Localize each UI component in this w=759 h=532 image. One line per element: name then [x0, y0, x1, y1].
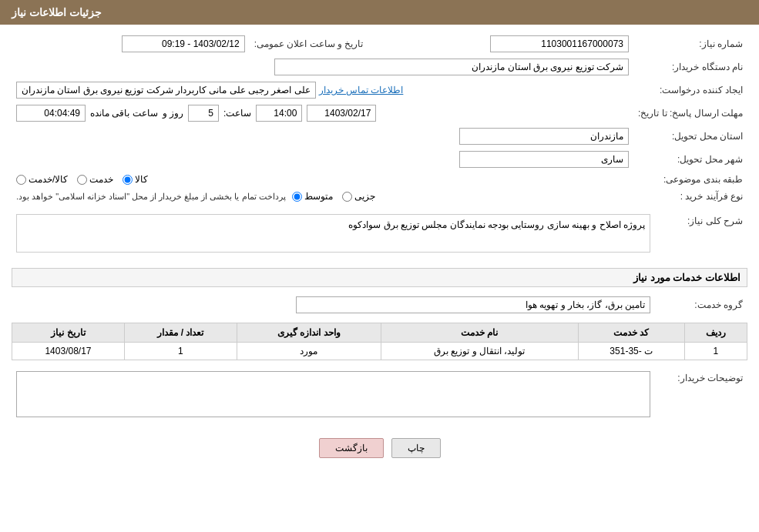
need-number-row: شماره نیاز: 1103001167000073 تاریخ و ساع…: [12, 32, 747, 55]
category-radio-group: کالا/خدمت خدمت کالا: [16, 174, 629, 185]
col-name: نام خدمت: [381, 323, 578, 343]
province-row: استان محل تحویل: مازندران: [12, 125, 747, 148]
page-wrapper: جزئیات اطلاعات نیاز شماره نیاز: 11030011…: [0, 0, 759, 532]
process-radio-group: متوسط جزیی: [292, 191, 400, 202]
buyer-notes-row: توضیحات خریدار:: [12, 368, 747, 423]
services-table-header: ردیف کد خدمت نام خدمت واحد اندازه گیری ت…: [12, 323, 747, 343]
description-box: پروژه اصلاح و بهینه سازی روستایی بودجه ن…: [16, 214, 650, 253]
buyer-notes-label: توضیحات خریدار:: [655, 368, 747, 423]
send-remaining-value: 04:04:49: [16, 105, 86, 122]
button-bar: چاپ بازگشت: [12, 429, 747, 467]
cell-code: ت -35-351: [578, 343, 684, 360]
service-group-value: تامین برق، گاز، بخار و تهویه هوا: [296, 296, 650, 313]
cell-quantity: 1: [124, 343, 237, 360]
category-option-khedmat: خدمت: [77, 174, 113, 185]
cell-date: 1403/08/17: [12, 343, 125, 360]
requester-label: ایجاد کننده درخواست:: [633, 79, 747, 102]
send-days-value: 5: [188, 105, 219, 122]
page-title: جزئیات اطلاعات نیاز: [12, 6, 102, 18]
col-date: تاریخ نیاز: [12, 323, 125, 343]
process-info-row: پرداخت تمام یا بخشی از مبلغ خریدار از مح…: [16, 191, 629, 202]
cell-name: تولید، انتقال و توزیع برق: [381, 343, 578, 360]
service-group-table: گروه خدمت: تامین برق، گاز، بخار و تهویه …: [12, 293, 747, 316]
requester-value: علی اصغر رجبی علی مانی کاربردار شرکت توز…: [16, 82, 316, 99]
description-table: شرح کلی نیاز: پروژه اصلاح و بهینه سازی ر…: [12, 211, 747, 262]
process-label-jozi: جزیی: [354, 191, 375, 202]
send-days-label: روز و: [163, 108, 183, 119]
city-value: ساری: [459, 151, 629, 168]
send-deadline-label: مهلت ارسال پاسخ: تا تاریخ:: [633, 102, 747, 125]
col-quantity: تعداد / مقدار: [124, 323, 237, 343]
cell-row-num: 1: [684, 343, 747, 360]
process-label-motavaset: متوسط: [304, 191, 333, 202]
main-info-table: شماره نیاز: 1103001167000073 تاریخ و ساع…: [12, 32, 747, 205]
process-row: نوع فرآیند خرید : پرداخت تمام یا بخشی از…: [12, 188, 747, 205]
print-button[interactable]: چاپ: [391, 438, 441, 458]
send-time-value: 14:00: [256, 105, 302, 122]
services-table: ردیف کد خدمت نام خدمت واحد اندازه گیری ت…: [12, 323, 747, 360]
back-button[interactable]: بازگشت: [319, 438, 384, 458]
category-label-both: کالا/خدمت: [29, 174, 68, 185]
requester-row: ایجاد کننده درخواست: علی اصغر رجبی علی م…: [12, 79, 747, 102]
process-option-jozi: جزیی: [342, 191, 375, 202]
col-code: کد خدمت: [578, 323, 684, 343]
date-announce-label: تاریخ و ساعت اعلان عمومی:: [250, 32, 368, 55]
col-row-num: ردیف: [684, 323, 747, 343]
process-radio-jozi[interactable]: [342, 192, 352, 202]
description-value: پروژه اصلاح و بهینه سازی روستایی بودجه ن…: [348, 219, 645, 230]
process-option-motavaset: متوسط: [292, 191, 333, 202]
need-number-label: شماره نیاز:: [633, 32, 747, 55]
buyer-org-value: شرکت توزیع نیروی برق استان مازندران: [274, 59, 629, 75]
category-option-both: کالا/خدمت: [16, 174, 68, 185]
process-notice: پرداخت تمام یا بخشی از مبلغ خریدار از مح…: [16, 192, 286, 202]
category-label-kala: کالا: [135, 174, 148, 185]
date-announce-value: 1403/02/12 - 09:19: [122, 35, 245, 52]
category-label: طبقه بندی موضوعی:: [633, 171, 747, 188]
process-radio-motavaset[interactable]: [292, 192, 302, 202]
need-number-value: 1103001167000073: [490, 35, 629, 52]
category-row: طبقه بندی موضوعی: کالا/خدمت خدمت: [12, 171, 747, 188]
contact-link[interactable]: اطلاعات تماس خریدار: [319, 85, 404, 95]
category-label-khedmat: خدمت: [89, 174, 113, 185]
page-header: جزئیات اطلاعات نیاز: [0, 0, 759, 25]
process-label: نوع فرآیند خرید :: [633, 188, 747, 205]
send-time-label: ساعت:: [223, 108, 251, 119]
buyer-notes-table: توضیحات خریدار:: [12, 368, 747, 423]
category-option-kala: کالا: [123, 174, 148, 185]
province-value: مازندران: [459, 128, 629, 145]
category-radio-kala[interactable]: [123, 175, 133, 185]
buyer-org-row: نام دستگاه خریدار: شرکت توزیع نیروی برق …: [12, 55, 747, 79]
buyer-notes-textarea[interactable]: [16, 371, 650, 417]
buyer-org-label: نام دستگاه خریدار:: [633, 55, 747, 79]
service-group-label: گروه خدمت:: [655, 293, 747, 316]
cell-unit: مورد: [237, 343, 381, 360]
send-deadline-row: مهلت ارسال پاسخ: تا تاریخ: 04:04:49 ساعت…: [12, 102, 747, 125]
city-row: شهر محل تحویل: ساری: [12, 148, 747, 171]
send-date-value: 1403/02/17: [307, 105, 376, 122]
city-label: شهر محل تحویل:: [633, 148, 747, 171]
service-group-row: گروه خدمت: تامین برق، گاز، بخار و تهویه …: [12, 293, 747, 316]
send-remaining-label: ساعت باقی مانده: [90, 108, 158, 119]
description-row: شرح کلی نیاز: پروژه اصلاح و بهینه سازی ر…: [12, 211, 747, 262]
col-unit: واحد اندازه گیری: [237, 323, 381, 343]
province-label: استان محل تحویل:: [633, 125, 747, 148]
services-section-title: اطلاعات خدمات مورد نیاز: [12, 268, 747, 287]
description-label: شرح کلی نیاز:: [655, 211, 747, 262]
table-row: 1 ت -35-351 تولید، انتقال و توزیع برق مو…: [12, 343, 747, 360]
category-radio-both[interactable]: [16, 175, 26, 185]
category-radio-khedmat[interactable]: [77, 175, 87, 185]
main-content: شماره نیاز: 1103001167000073 تاریخ و ساع…: [0, 25, 759, 475]
